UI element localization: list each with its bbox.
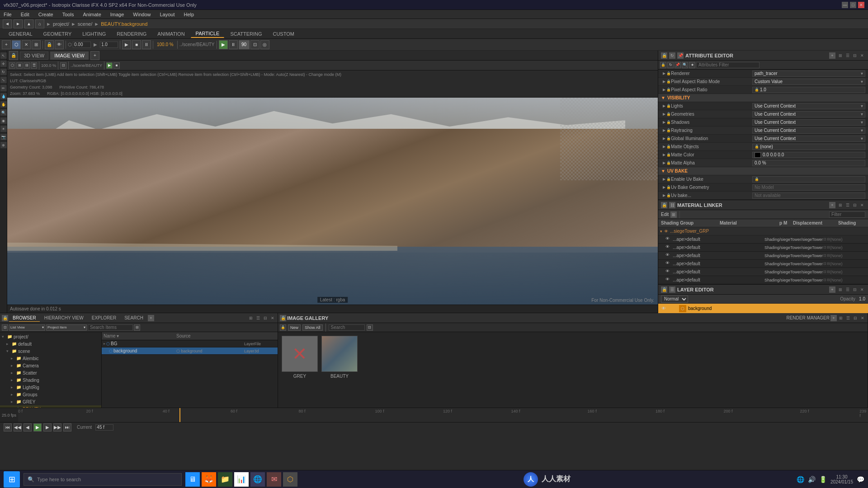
toolbar-misc-1[interactable]: ⊡ <box>250 40 259 49</box>
ml-link-icon[interactable]: ⛓ <box>669 202 675 208</box>
toolbar-frame-input[interactable] <box>73 42 91 48</box>
vp-stop-btn[interactable]: ■ <box>113 62 120 69</box>
play-next-btn[interactable]: ▶ <box>43 423 52 432</box>
attr-grid-icon-1[interactable]: ⊞ <box>837 52 844 59</box>
forward-button[interactable]: ► <box>14 19 23 28</box>
ml-item-vis-0[interactable]: 👁 <box>665 236 672 243</box>
toolbar-stop-btn[interactable]: ■ <box>132 40 141 49</box>
close-button[interactable]: ✕ <box>858 2 864 8</box>
play-last-btn[interactable]: ⏭ <box>63 423 71 432</box>
attr-toolbar-btn-pin[interactable]: 📌 <box>675 62 681 68</box>
ml-item-vis-5[interactable]: 👁 <box>665 277 672 283</box>
menu-window[interactable]: Window <box>131 11 152 18</box>
attr-pin-icon[interactable]: 📌 <box>677 52 684 59</box>
attr-raytrace-value[interactable]: Use Current Context▾ <box>752 127 865 134</box>
ml-lock-icon[interactable]: 🔒 <box>661 202 667 208</box>
tab-animation[interactable]: ANIMATION <box>152 30 189 38</box>
le-lock-icon[interactable]: 🔒 <box>661 286 667 293</box>
vp-fit-btn[interactable]: ⊡ <box>60 62 66 69</box>
ml-grid-1[interactable]: ⊞ <box>837 202 844 208</box>
tool-move[interactable]: ✛ <box>0 61 7 67</box>
le-mode-select[interactable]: Normal Add Multiply <box>661 296 688 303</box>
toolbar-add-btn[interactable]: + <box>2 40 11 49</box>
toolbar-select-btn[interactable]: ⬡ <box>12 40 21 49</box>
attr-lights-value[interactable]: Use Current Context ▾ <box>752 103 865 109</box>
browser-lock-icon[interactable]: 🔒 <box>2 315 8 321</box>
toolbar-group-btn[interactable]: ⊞ <box>32 40 41 49</box>
gallery-lock-btn[interactable]: 🔒 <box>280 324 286 331</box>
attr-renderer-value[interactable]: path_tracer ▾ <box>752 70 865 77</box>
tree-lightrig[interactable]: ▸ 📁 LightRig <box>0 384 101 391</box>
attr-close-icon[interactable]: ✕ <box>859 52 865 59</box>
menu-animate[interactable]: Animate <box>81 11 103 18</box>
menu-help[interactable]: Help <box>182 11 196 18</box>
vp-tab-image[interactable]: IMAGE VIEW <box>50 52 89 60</box>
tree-project[interactable]: ▾ 📁 project/ <box>0 333 101 340</box>
uv-checkbox[interactable]: 🔒 <box>755 177 759 181</box>
tab-lighting[interactable]: LIGHTING <box>77 30 111 38</box>
minimize-button[interactable]: — <box>842 2 848 8</box>
attr-grid-icon-2[interactable]: ☰ <box>844 52 851 59</box>
tab-custom[interactable]: CUSTOM <box>268 30 299 38</box>
attr-matte-alpha-value[interactable]: 0.0 % <box>752 160 865 166</box>
back-button[interactable]: ◄ <box>3 19 12 28</box>
attr-uv-bake-value[interactable]: Not available <box>752 192 865 199</box>
ml-vis-toggle[interactable]: 👁 <box>664 229 668 234</box>
tab-rendering[interactable]: RENDERING <box>112 30 151 38</box>
viewport-canvas[interactable]: Latest : rgba For Non-Commercial Use Onl… <box>7 98 658 305</box>
attr-shadows-value[interactable]: Use Current Context▾ <box>752 119 865 126</box>
taskbar-sound-icon[interactable]: 🔊 <box>808 476 816 483</box>
attr-matte-color-value[interactable]: 0.0 0.0 0.0 <box>752 152 865 158</box>
ml-item-vis-2[interactable]: 👁 <box>665 253 672 259</box>
ml-group-row[interactable]: ▾ 👁 ...siegeTower_GRP <box>658 227 868 235</box>
color-swatch[interactable] <box>755 152 761 158</box>
play-play-btn[interactable]: ▶ <box>33 423 42 432</box>
toolbar-pause-btn[interactable]: ⏸ <box>142 40 151 49</box>
attr-pixel-ratio-value[interactable]: 🔒 1.0 <box>752 87 865 93</box>
attr-search-input[interactable] <box>696 62 760 68</box>
toolbar-pause-btn-2[interactable]: ⏸ <box>229 40 238 49</box>
attr-pixel-mode-value[interactable]: Custom Value ▾ <box>752 79 865 85</box>
tree-default[interactable]: ▸ 📁 default <box>0 340 101 347</box>
browser-tab-hierarchy[interactable]: HIERARCHY VIEW <box>41 314 87 322</box>
ml-item-vis-1[interactable]: 👁 <box>665 244 672 251</box>
tool-pan[interactable]: ✋ <box>0 101 7 108</box>
attr-gi-value[interactable]: Use Current Context▾ <box>752 136 865 142</box>
attr-lock-icon[interactable]: 🔒 <box>661 52 667 59</box>
playback-current-frame[interactable] <box>95 424 113 431</box>
render-manager-tab[interactable]: RENDER MANAGER <box>786 315 830 320</box>
gallery-grid-1[interactable]: ⊞ <box>838 315 844 321</box>
tree-grey[interactable]: ▸ 📁 GREY <box>0 398 101 405</box>
toolbar-lock-btn[interactable]: 🔒 <box>45 40 54 49</box>
browser-nav-btn-1[interactable]: ⊡ <box>2 324 8 331</box>
browser-grid-3[interactable]: ⊟ <box>262 315 269 321</box>
le-layers-icon[interactable]: ☰ <box>669 286 675 293</box>
gallery-close[interactable]: ✕ <box>859 315 866 321</box>
toolbar-frame-input-2[interactable] <box>100 42 118 48</box>
browser-tab-search[interactable]: SEARCH <box>121 314 147 322</box>
breadcrumb-project[interactable]: project/ <box>53 21 69 27</box>
attr-matte-obj-value[interactable]: 🔒 (none) <box>752 144 865 150</box>
breadcrumb-scene[interactable]: scene/ <box>78 21 92 27</box>
play-prev-key-btn[interactable]: ◀◀ <box>14 423 22 432</box>
toolbar-play-btn[interactable]: ▶ <box>219 40 228 49</box>
ml-grid-2[interactable]: ☰ <box>844 202 851 208</box>
ml-grid-3[interactable]: ⊟ <box>852 202 858 208</box>
ml-item-row-4[interactable]: 👁 ...ape>default Shading/siegeTower/sieg… <box>658 268 868 276</box>
ml-edit-icon[interactable]: ⊞ <box>670 211 677 218</box>
gallery-thumb-grey[interactable]: GREY <box>282 336 318 379</box>
taskbar-battery-icon[interactable]: 🔋 <box>819 476 827 483</box>
gallery-grid-3[interactable]: ⊟ <box>852 315 859 321</box>
vp-toolbar-btn-2[interactable]: ⊞ <box>16 62 23 69</box>
tab-scattering[interactable]: SCATTERING <box>225 30 267 38</box>
menu-create[interactable]: Create <box>37 11 55 18</box>
tool-render[interactable]: ◉ <box>0 117 7 124</box>
taskbar-app-6[interactable]: ✉ <box>267 472 281 487</box>
tree-groups[interactable]: ▸ 📁 Groups <box>0 391 101 398</box>
home-button[interactable]: ⌂ <box>35 19 44 28</box>
tool-select[interactable]: ↖ <box>0 52 7 59</box>
gallery-export-btn[interactable]: ⊡ <box>367 324 373 331</box>
le-layer-background[interactable]: 👁 ⬡ background <box>658 304 868 314</box>
vp-tab-3d[interactable]: 3D VIEW <box>20 52 48 60</box>
ml-item-vis-4[interactable]: 👁 <box>665 269 672 275</box>
